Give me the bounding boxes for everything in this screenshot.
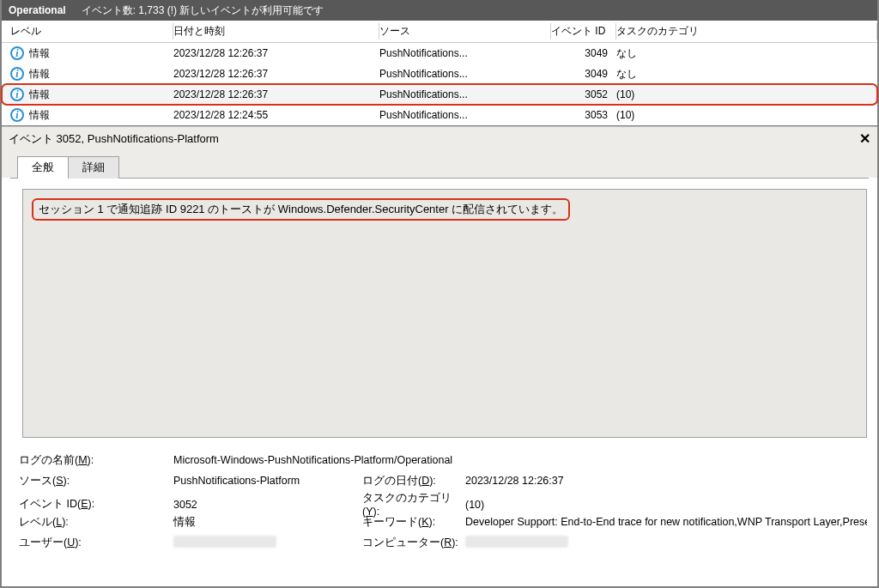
cell-level: 情報: [29, 88, 50, 102]
table-row[interactable]: i情報2023/12/28 12:26:37PushNotifications.…: [2, 64, 877, 84]
cell-eventid: 3052: [551, 88, 616, 100]
cell-taskcat: (10): [616, 88, 877, 100]
event-list: レベル 日付と時刻 ソース イベント ID タスクのカテゴリ i情報2023/1…: [2, 21, 877, 126]
detail-title: イベント 3052, PushNotifications-Platform: [9, 131, 219, 147]
table-row[interactable]: i情報2023/12/28 12:26:37PushNotifications.…: [2, 43, 877, 64]
event-message-panel[interactable]: セッション 1 で通知追跡 ID 9221 のトーストが Windows.Def…: [22, 189, 867, 438]
table-row[interactable]: i情報2023/12/28 12:26:37PushNotifications.…: [2, 84, 877, 105]
close-icon[interactable]: ✕: [859, 130, 870, 147]
cell-datetime: 2023/12/28 12:26:37: [173, 47, 379, 59]
cell-eventid: 3053: [551, 109, 616, 121]
col-taskcat[interactable]: タスクのカテゴリ: [616, 21, 877, 42]
val-user-redacted: [173, 536, 362, 550]
event-properties: ログの名前(M): Microsoft-Windows-PushNotifica…: [2, 438, 877, 553]
cell-level: 情報: [29, 67, 50, 82]
info-icon: i: [10, 88, 24, 101]
event-message-text: セッション 1 で通知追跡 ID 9221 のトーストが Windows.Def…: [32, 198, 570, 221]
detail-header: イベント 3052, PushNotifications-Platform ✕: [2, 126, 877, 150]
lbl-user: ユーザー(U):: [19, 536, 173, 550]
log-titlebar: Operational イベント数: 1,733 (!) 新しいイベントが利用可…: [2, 0, 877, 21]
info-icon: i: [10, 67, 24, 81]
val-keywords: Developer Support: End-to-End trace for …: [465, 516, 867, 528]
cell-taskcat: (10): [616, 109, 877, 121]
cell-level: 情報: [29, 108, 50, 123]
lbl-keywords: キーワード(K):: [362, 515, 465, 530]
lbl-eventid: イベント ID(E):: [19, 497, 173, 512]
cell-datetime: 2023/12/28 12:26:37: [173, 68, 379, 80]
lbl-taskcat: タスクのカテゴリ(Y):: [362, 491, 465, 518]
cell-source: PushNotifications...: [379, 88, 551, 100]
cell-source: PushNotifications...: [379, 47, 551, 59]
lbl-computer: コンピューター(R):: [362, 536, 465, 550]
cell-datetime: 2023/12/28 12:24:55: [173, 109, 379, 121]
tab-detail[interactable]: 詳細: [68, 156, 119, 179]
val-eventid: 3052: [173, 499, 362, 511]
log-name: Operational: [9, 4, 66, 16]
val-logname: Microsoft-Windows-PushNotifications-Plat…: [173, 454, 867, 466]
event-viewer-pane: Operational イベント数: 1,733 (!) 新しいイベントが利用可…: [0, 0, 879, 588]
lbl-source: ソース(S):: [19, 474, 173, 488]
cell-source: PushNotifications...: [379, 68, 551, 80]
cell-datetime: 2023/12/28 12:26:37: [173, 88, 379, 100]
val-level: 情報: [173, 515, 362, 530]
col-level[interactable]: レベル: [10, 21, 173, 42]
lbl-logdate: ログの日付(D):: [362, 474, 465, 488]
lbl-logname: ログの名前(M):: [19, 453, 173, 468]
cell-source: PushNotifications...: [379, 109, 551, 121]
col-datetime[interactable]: 日付と時刻: [173, 21, 379, 42]
col-source[interactable]: ソース: [379, 21, 551, 42]
val-taskcat: (10): [465, 499, 867, 511]
event-count-text: イベント数: 1,733 (!) 新しいイベントが利用可能です: [82, 3, 324, 18]
cell-eventid: 3049: [551, 47, 616, 59]
tabs-underline: [10, 178, 869, 179]
tab-general[interactable]: 全般: [17, 156, 69, 179]
info-icon: i: [10, 108, 24, 122]
event-list-header[interactable]: レベル 日付と時刻 ソース イベント ID タスクのカテゴリ: [2, 21, 877, 43]
cell-taskcat: なし: [616, 67, 877, 82]
info-icon: i: [10, 46, 24, 60]
cell-level: 情報: [29, 46, 50, 61]
detail-tabs: 全般 詳細: [2, 150, 877, 178]
val-logdate: 2023/12/28 12:26:37: [465, 475, 867, 487]
cell-eventid: 3049: [551, 68, 616, 80]
val-source: PushNotifications-Platform: [173, 475, 362, 487]
lbl-level: レベル(L):: [19, 515, 173, 530]
table-row[interactable]: i情報2023/12/28 12:24:55PushNotifications.…: [2, 105, 877, 125]
col-eventid[interactable]: イベント ID: [551, 21, 616, 42]
cell-taskcat: なし: [616, 46, 877, 61]
val-computer-redacted: [465, 536, 867, 550]
